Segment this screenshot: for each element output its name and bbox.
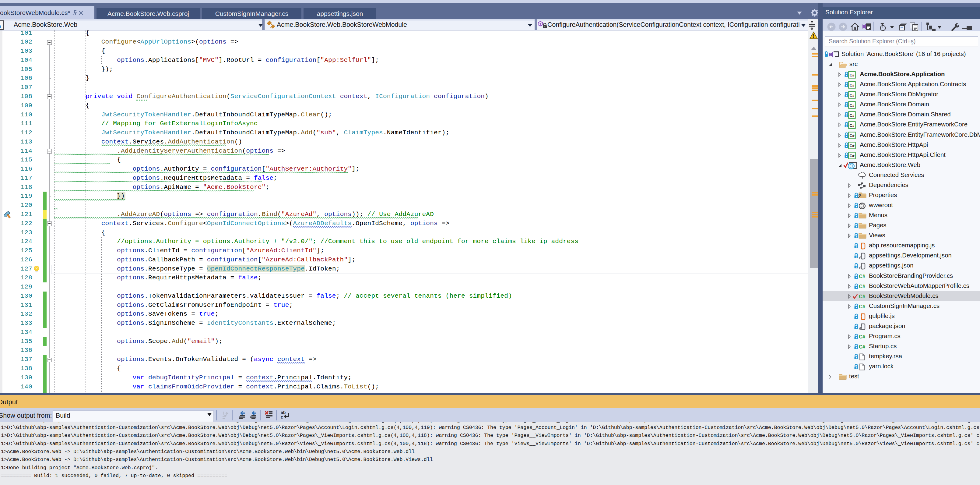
svg-text:C#: C#	[850, 73, 854, 77]
svg-text:C#: C#	[859, 304, 865, 309]
svg-text:C#: C#	[859, 334, 865, 339]
svg-text:ab: ab	[281, 410, 286, 415]
svg-text:C#: C#	[859, 274, 865, 279]
svg-text:C#: C#	[850, 83, 854, 88]
svg-text:C#: C#	[850, 123, 854, 128]
svg-text:C#: C#	[850, 154, 854, 158]
svg-text:C#: C#	[859, 284, 865, 289]
svg-text:c: c	[281, 415, 283, 420]
svg-text:C#: C#	[850, 134, 854, 138]
svg-text:C#: C#	[850, 113, 854, 118]
svg-text:C#: C#	[859, 344, 865, 349]
svg-text:C#: C#	[850, 144, 854, 148]
svg-text:C#: C#	[850, 103, 854, 107]
svg-text:C#: C#	[859, 294, 865, 299]
svg-text:C#: C#	[850, 93, 854, 97]
